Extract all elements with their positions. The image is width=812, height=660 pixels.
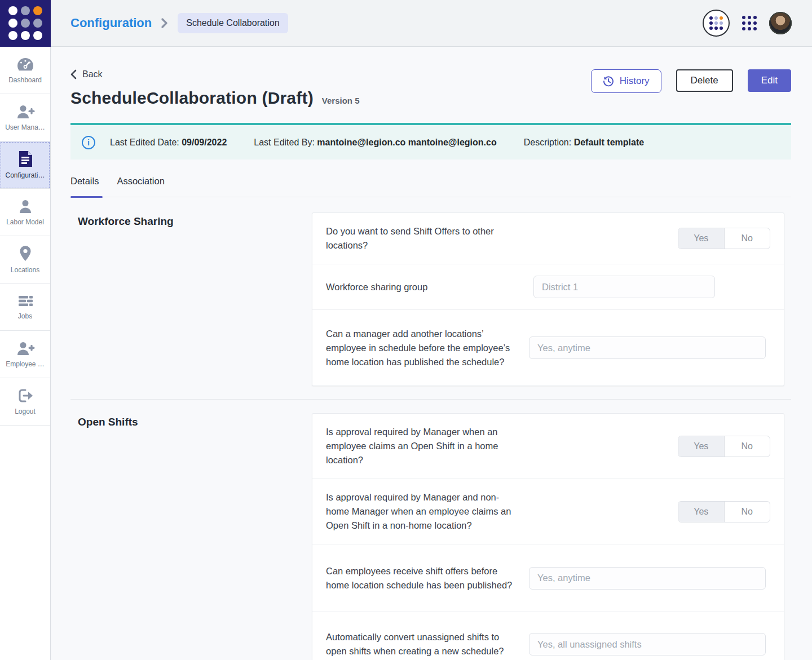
toggle-no[interactable]: No [725,228,770,249]
setting-row-approval-nonhome: Is approval required by Manager and non-… [312,479,784,544]
sidebar-item-logout[interactable]: Logout [0,378,50,426]
user-add-icon [16,104,35,119]
breadcrumb: Configuration Schedule Collaboration [70,13,288,33]
toggle-yes[interactable]: Yes [678,228,725,249]
sidebar-item-label: Jobs [18,312,32,320]
section-title: Open Shifts [70,413,312,660]
version-badge: Version 5 [322,96,360,105]
sidebar-item-user-management[interactable]: User Mana… [0,94,50,141]
tab-details[interactable]: Details [70,172,99,197]
manager-add-select[interactable]: Yes, anytime [529,336,766,359]
sidebar-item-label: User Mana… [5,123,45,131]
topbar-actions [703,10,812,37]
user-avatar[interactable] [769,12,792,34]
section-open-shifts: Open Shifts Is approval required by Mana… [70,413,791,660]
info-banner: i Last Edited Date: 09/09/2022 Last Edit… [70,123,791,160]
yes-no-toggle: Yes No [678,228,770,249]
setting-question: Is approval required by Manager and non-… [326,490,533,533]
apps-grid-icon[interactable] [742,16,757,30]
history-label: History [620,76,650,87]
sidebar-item-label: Employee … [6,360,45,368]
breadcrumb-chevron-icon [161,17,169,29]
toggle-yes[interactable]: Yes [678,436,725,457]
sidebar-item-label: Locations [11,266,39,274]
yes-no-toggle: Yes No [678,501,770,522]
logout-icon [17,388,34,404]
employee-add-icon [16,340,35,356]
receive-offers-select[interactable]: Yes, anytime [529,567,766,590]
info-icon: i [82,136,95,149]
tab-bar: Details Association [70,172,791,197]
edit-label: Edit [761,75,778,86]
edit-button[interactable]: Edit [748,69,791,92]
setting-row-receive-offers: Can employees receive shift offers befor… [312,544,784,612]
setting-question: Do you want to send Shift Offers to othe… [326,224,533,253]
toggle-no[interactable]: No [725,436,770,457]
auto-convert-select[interactable]: Yes, all unassigned shifts [529,633,766,655]
logo-dots-icon [8,6,42,40]
list-rows-icon [17,294,34,308]
delete-button[interactable]: Delete [676,69,733,92]
setting-question: Automatically convert unassigned shifts … [326,630,529,658]
dashboard-gauge-icon [16,56,35,72]
back-link[interactable]: Back [70,69,360,79]
settings-card: Is approval required by Manager when an … [312,413,784,660]
sidebar-item-configuration[interactable]: Configurati… [0,141,50,189]
document-icon [18,150,33,167]
sidebar-item-jobs[interactable]: Jobs [0,284,50,331]
app-switcher-button[interactable] [703,10,730,37]
person-icon [17,198,33,214]
description: Description: Default template [524,138,644,148]
yes-no-toggle: Yes No [678,436,770,457]
sidebar-nav: Dashboard User Mana… [0,47,51,660]
sidebar-item-locations[interactable]: Locations [0,236,50,284]
sidebar-item-label: Logout [15,407,36,415]
last-edited-by: Last Edited By: mantoine@legion.co manto… [254,138,496,148]
sidebar-item-employee[interactable]: Employee … [0,331,50,378]
legion-logo[interactable] [0,0,51,47]
setting-row-auto-convert-1: Automatically convert unassigned shifts … [312,612,784,660]
toggle-no[interactable]: No [725,502,770,522]
section-title: Workforce Sharing [70,212,312,386]
breadcrumb-configuration-link[interactable]: Configuration [70,16,152,30]
setting-row-sharing-group: Workforce sharing group District 1 [312,264,784,309]
setting-row-shift-offers: Do you want to send Shift Offers to othe… [312,213,784,264]
sidebar-item-dashboard[interactable]: Dashboard [0,47,50,94]
header-actions: History Delete Edit [591,69,791,108]
back-label: Back [82,69,103,79]
settings-card: Do you want to send Shift Offers to othe… [312,212,784,386]
sidebar-item-label: Configurati… [5,171,45,179]
app-window: Configuration Schedule Collaboration [0,0,812,660]
toggle-yes[interactable]: Yes [678,502,725,522]
map-pin-icon [19,245,32,262]
sidebar-item-label: Labor Model [6,218,44,226]
setting-row-manager-add: Can a manager add another locations’ emp… [312,309,784,386]
main-content: Back ScheduleCollaboration (Draft) Versi… [51,47,812,660]
section-divider [70,399,791,400]
section-workforce-sharing: Workforce Sharing Do you want to send Sh… [70,212,791,386]
setting-row-approval-home: Is approval required by Manager when an … [312,414,784,479]
sidebar-item-labor-model[interactable]: Labor Model [0,189,50,236]
setting-question: Can a manager add another locations’ emp… [326,327,529,369]
top-bar: Configuration Schedule Collaboration [0,0,812,47]
sidebar-item-label: Dashboard [8,76,42,84]
setting-question: Is approval required by Manager when an … [326,425,533,467]
setting-question: Can employees receive shift offers befor… [326,564,529,592]
workforce-sharing-group-input[interactable]: District 1 [533,276,715,298]
page-head-left: Back ScheduleCollaboration (Draft) Versi… [70,69,360,108]
history-button[interactable]: History [591,69,661,93]
page-title: ScheduleCollaboration (Draft) [70,88,314,108]
active-tab-indicator [70,196,103,198]
setting-question: Workforce sharing group [326,280,533,294]
last-edited-date: Last Edited Date: 09/09/2022 [110,138,227,148]
tab-association[interactable]: Association [117,172,164,197]
back-chevron-icon [70,69,77,79]
delete-label: Delete [691,75,718,86]
history-icon [603,76,614,87]
app-switcher-dots-icon [709,16,723,30]
breadcrumb-current-chip: Schedule Collaboration [178,13,288,33]
